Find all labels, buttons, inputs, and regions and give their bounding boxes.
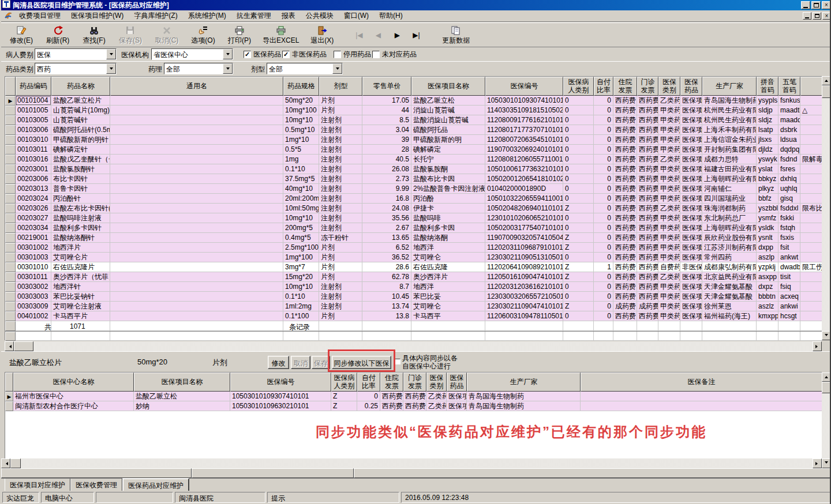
cell[interactable]: 0 [594,174,613,184]
cell[interactable]: 盐酸利多卡因针 [51,223,110,233]
nav-last-button[interactable]: ▶| [409,29,423,42]
cell[interactable]: 0 [563,223,594,233]
cell[interactable]: 甲类药 [658,233,680,243]
table-row[interactable]: 00401002卡马西平片0.1*100片剂13.8卡马西平1120600310… [5,311,822,321]
refresh-button[interactable]: 刷新(R) [44,24,71,47]
cell[interactable]: 天津金耀氨基酸 [702,292,757,302]
cell[interactable]: 0.1*10 [283,164,319,174]
cell[interactable]: 00103010 [16,135,51,145]
export-excel-button[interactable]: 导出EXCEL [263,24,299,47]
scroll-right-icon[interactable] [813,458,822,468]
cell[interactable]: 0 [563,96,594,106]
cell[interactable] [757,332,778,341]
cell[interactable]: 0.1*100 [283,311,319,321]
cell[interactable]: 青岛国海生物制药 [702,96,757,106]
row-selector[interactable] [5,243,16,253]
cell[interactable]: 医保项目 [680,272,702,282]
table-row[interactable]: ▶福州市医保中心盐酸乙哌立松10503010109307410101Z0西药费西… [5,392,822,401]
column-header[interactable]: 药品名称 [51,77,110,96]
cell[interactable]: 西药费 [403,401,426,411]
cell[interactable]: 甲类药 [658,213,680,223]
row-selector[interactable] [5,401,13,411]
row-selector[interactable] [5,164,16,174]
patient-fee-select[interactable]: 医保 [35,48,117,60]
column-header[interactable]: 医保药品 [680,77,702,96]
cell[interactable] [110,223,283,233]
cell[interactable]: kmxpp [757,311,778,321]
cell[interactable]: 注射剂 [319,164,362,174]
cell[interactable]: 卡马西平 [411,311,485,321]
cell[interactable] [800,115,822,125]
cell[interactable]: 西药费 [380,392,403,401]
cell[interactable]: 00103006 [16,125,51,135]
table-row[interactable]: 00103010甲硫酸新斯的明针1mg*10注射剂39甲硫酸新斯的明112080… [5,135,822,145]
cell[interactable]: 西药费 [637,145,658,155]
cell[interactable]: 西药费 [637,164,658,174]
cell[interactable]: 0.4mg*5 [283,233,319,243]
cell[interactable]: 艾司唑仑 [411,253,485,262]
scroll-up-icon[interactable] [822,76,831,85]
cell[interactable]: 成药费 [637,302,658,311]
cell[interactable]: 西药费 [613,184,637,194]
cell[interactable]: 00203026 [16,204,51,213]
table-row[interactable]: 00103005山莨菪碱针10mg*10注射剂8.5盐酸消旋山莨菪碱112080… [5,115,822,125]
cell[interactable] [485,332,563,341]
cell[interactable]: 40.5 [362,155,411,164]
cell[interactable]: 0 [563,135,594,145]
row-selector[interactable] [5,282,16,292]
cell[interactable]: 地西泮针 [51,282,110,292]
cell[interactable]: djldz [757,145,778,155]
cell[interactable]: 00301011 [16,272,51,282]
mdi-minimize-button[interactable] [803,12,811,20]
cell[interactable]: 39 [362,135,411,145]
cell[interactable]: 硫酸阿托品 [411,125,485,135]
cell[interactable]: 0 [594,223,613,233]
cell[interactable]: 医保项目 [680,174,702,184]
cell[interactable]: 200mg*5 [283,223,319,233]
cell[interactable]: yslat [757,164,778,174]
cell[interactable]: 2.5mg*100 [283,243,319,253]
cell[interactable]: bbfz [757,194,778,204]
column-header[interactable]: 生产厂家 [467,373,581,392]
column-header[interactable] [800,77,822,96]
cell[interactable]: 医保项目 [680,223,702,233]
cell[interactable]: 西药费 [613,125,637,135]
cell[interactable]: fsnkus [778,96,800,106]
cell[interactable]: 片剂 [319,253,362,262]
options-button[interactable]: 选项(O) [190,24,216,47]
scrollbar-thumb[interactable] [10,458,21,468]
cell[interactable]: maadq [778,115,800,125]
cell[interactable]: 17.05 [362,96,411,106]
cell[interactable]: 8.5 [362,115,411,125]
cell[interactable]: 艾司唑仑片 [51,253,110,262]
minimize-button[interactable] [801,1,810,9]
cell[interactable]: 00303009 [16,302,51,311]
cell[interactable]: 丙泊酚 [411,194,485,204]
cell[interactable]: 硫酸阿托品针(0.5mg) [51,125,110,135]
column-header[interactable]: 通用名 [110,77,283,96]
menu-item-4[interactable]: 抗生素管理 [231,10,276,22]
cell[interactable]: 乙类药 [426,401,447,411]
cell[interactable] [800,145,822,155]
cell[interactable]: plkyz [757,184,778,194]
cell[interactable]: 甲类药 [658,115,680,125]
cell[interactable]: 甲类药 [658,253,680,262]
menu-item-1[interactable]: 医保项目维护(W) [66,10,129,22]
cell[interactable]: ankwt [778,253,800,262]
cell[interactable]: 0 [563,174,594,184]
cell[interactable] [110,155,283,164]
cell[interactable]: 医保项目 [680,302,702,311]
table-row[interactable]: 00301002地西泮片2.5mg*100片剂6.52地西泮1120203110… [5,243,822,253]
cell[interactable]: 盐酸消旋山莨菪碱 [411,115,485,125]
cell[interactable]: 00401002 [16,311,51,321]
cell[interactable]: hcsgt [778,311,800,321]
cell[interactable]: 20ml:200mg [283,194,319,204]
cell[interactable]: 西药费 [637,292,658,302]
cell[interactable]: 盐酸纳洛酮针 [51,233,110,243]
cell[interactable] [800,194,822,204]
nav-next-button[interactable]: ▶ [390,29,404,42]
cell[interactable]: 盐酸氯胺酮 [411,164,485,174]
cell[interactable] [800,321,822,331]
cell[interactable]: 注射剂 [319,223,362,233]
cell[interactable]: 甲类药 [658,145,680,155]
